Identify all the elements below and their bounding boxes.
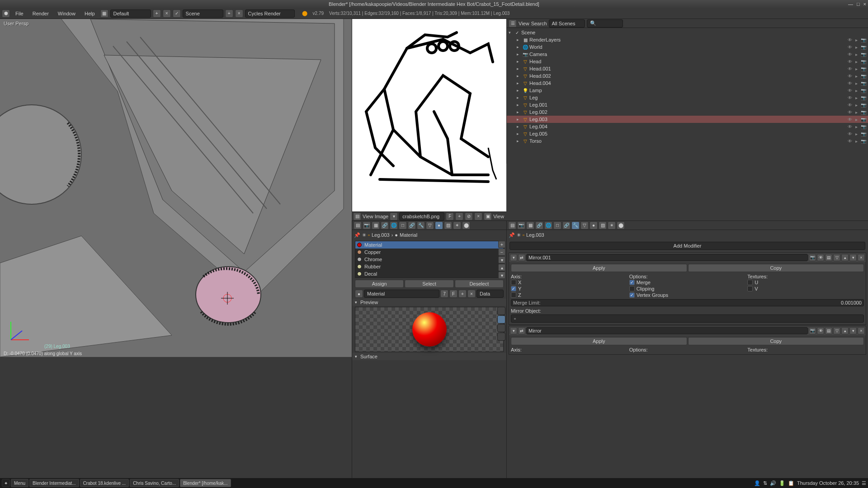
renderable-icon[interactable]: 📷 [860, 110, 866, 115]
modifier-render-icon[interactable]: 📷 [809, 254, 816, 261]
expand-icon[interactable]: ▸ [517, 131, 522, 136]
outliner-item[interactable]: ▸▽Torso👁▸📷 [507, 137, 868, 145]
render-engine-field[interactable]: Cycles Render [245, 9, 295, 18]
axis-z-checkbox[interactable]: Z [511, 292, 627, 298]
expand-icon[interactable]: ▸ [517, 45, 522, 49]
taskbar-window[interactable]: Blender Intermediat... [29, 479, 79, 487]
taskbar-window[interactable]: Blender* [/home/kak... [180, 479, 231, 487]
outliner-item[interactable]: ▸▽Head.001👁▸📷 [507, 65, 868, 72]
selectable-icon[interactable]: ▸ [854, 52, 859, 57]
expand-icon[interactable]: ▸ [517, 95, 522, 100]
mat-new-icon[interactable]: + [458, 290, 467, 298]
modifier-delete-icon[interactable]: × [858, 254, 865, 261]
renderable-icon[interactable]: 📷 [860, 103, 866, 108]
visibility-icon[interactable]: 👁 [847, 95, 853, 100]
mat-link-field[interactable]: Data [476, 290, 504, 298]
outliner-item[interactable]: ▸▽Head👁▸📷 [507, 58, 868, 65]
scene-field[interactable]: Scene [183, 9, 223, 18]
modifier-name-field[interactable]: Mirror.001 [526, 254, 808, 261]
material-name-field[interactable]: Material [364, 290, 439, 298]
screen-layout-field[interactable]: Default [110, 9, 151, 18]
outliner-search-input[interactable]: 🔍 [587, 19, 623, 28]
imgview-menu-image[interactable]: Image [375, 214, 389, 219]
modifier-editmode-icon[interactable]: ▤ [825, 254, 832, 261]
minimize-icon[interactable]: — [848, 1, 853, 7]
renderable-icon[interactable]: 📷 [860, 139, 866, 144]
selectable-icon[interactable]: ▸ [854, 103, 859, 108]
expand-icon[interactable]: ▸ [517, 88, 522, 93]
renderable-icon[interactable]: 📷 [860, 66, 866, 71]
vgroups-checkbox[interactable]: ✓Vertex Groups [629, 292, 746, 298]
menu-render[interactable]: Render [29, 10, 52, 17]
outliner-item[interactable]: ▸▽Leg.001👁▸📷 [507, 101, 868, 108]
renderable-icon[interactable]: 📷 [860, 52, 866, 57]
mat-add-icon[interactable]: + [498, 241, 505, 248]
renderable-icon[interactable]: 📷 [860, 45, 866, 50]
props-tab-render-icon[interactable]: 📷 [363, 221, 371, 230]
expand-icon[interactable]: ▸ [517, 52, 522, 56]
scene-add-icon[interactable]: + [225, 9, 233, 18]
outliner-item[interactable]: ▸🌐World👁▸📷 [507, 43, 868, 51]
selectable-icon[interactable]: ▸ [854, 131, 859, 136]
select-button[interactable]: Select [405, 280, 453, 288]
modifier-apply-button[interactable]: Apply [511, 337, 687, 345]
modtab-object-icon[interactable]: □ [553, 221, 561, 230]
renderable-icon[interactable]: 📷 [860, 131, 866, 136]
image-browse-icon[interactable]: ▾ [390, 212, 398, 221]
expand-icon[interactable]: ▸ [517, 117, 522, 122]
modifier-delete-icon[interactable]: × [858, 327, 865, 334]
image-pack-icon[interactable]: ▣ [484, 212, 492, 221]
renderable-icon[interactable]: 📷 [860, 59, 866, 64]
outliner-filter[interactable]: All Scenes [549, 19, 585, 28]
modifier-cage-icon[interactable]: ▽ [833, 254, 840, 261]
selectable-icon[interactable]: ▸ [854, 81, 859, 86]
modtab-modifier-icon[interactable]: 🔧 [571, 221, 580, 230]
crumb-obj[interactable]: Leg.003 [526, 232, 544, 238]
visibility-icon[interactable]: 👁 [847, 74, 853, 79]
expand-icon[interactable]: ▸ [517, 103, 522, 107]
modifier-cage-icon[interactable]: ▽ [833, 327, 840, 334]
taskbar-window[interactable]: Chris Savino, Carto... [130, 479, 179, 487]
outliner-menu-search[interactable]: Search [531, 21, 547, 26]
visibility-icon[interactable]: 👁 [847, 45, 853, 50]
visibility-icon[interactable]: 👁 [847, 59, 853, 64]
visibility-icon[interactable]: 👁 [847, 81, 853, 86]
outliner-item[interactable]: ▸📷Camera👁▸📷 [507, 51, 868, 58]
visibility-icon[interactable]: 👁 [847, 110, 853, 115]
tray-volume-icon[interactable]: 🔊 [770, 480, 776, 486]
outliner-item[interactable]: ▸▽Head.002👁▸📷 [507, 72, 868, 80]
modifier-display-icon[interactable]: 👁 [817, 327, 824, 334]
preview-flat-icon[interactable] [497, 307, 505, 315]
outliner-item[interactable]: ▸▽Leg.003👁▸📷 [507, 116, 868, 123]
outliner-item[interactable]: ▸💡Lamp👁▸📷 [507, 87, 868, 94]
pin-icon[interactable]: 📌 [354, 232, 360, 238]
merge-limit-field[interactable]: Merge Limit:0.001000 [511, 299, 864, 306]
visibility-icon[interactable]: 👁 [847, 131, 853, 136]
scene-del-icon[interactable]: × [235, 9, 243, 18]
renderable-icon[interactable]: 📷 [860, 124, 866, 129]
clock[interactable]: Thursday October 26, 20:35 [797, 480, 859, 486]
mat-up-icon[interactable]: ▴ [498, 264, 505, 271]
material-slot[interactable]: Material [355, 241, 503, 249]
axis-x-checkbox[interactable]: X [511, 279, 627, 286]
layout-grid-icon[interactable]: ▦ [100, 9, 108, 18]
props-type-icon[interactable]: ▤ [354, 221, 362, 230]
assign-button[interactable]: Assign [355, 280, 404, 288]
image-unlink-icon[interactable]: ⊘ [465, 212, 473, 221]
visibility-icon[interactable]: 👁 [847, 139, 853, 144]
tex-u-checkbox[interactable]: U [747, 279, 864, 286]
modifier-name-field[interactable]: Mirror [526, 327, 808, 334]
modifier-down-icon[interactable]: ▾ [849, 254, 857, 261]
collapse-icon[interactable]: ▾ [509, 30, 514, 35]
image-add-icon[interactable]: + [455, 212, 463, 221]
modtab-texture-icon[interactable]: ▨ [599, 221, 607, 230]
tex-v-checkbox[interactable]: V [747, 286, 864, 292]
mat-remove-icon[interactable]: − [498, 249, 505, 256]
tray-lock-icon[interactable]: ☰ [862, 480, 866, 486]
preview-cube-icon[interactable] [497, 324, 505, 332]
mat-unlink-icon[interactable]: × [467, 290, 476, 298]
preview-hair-icon[interactable] [497, 333, 505, 341]
expand-icon[interactable]: ▸ [517, 59, 522, 64]
modifier-up-icon[interactable]: ▴ [841, 254, 849, 261]
selectable-icon[interactable]: ▸ [854, 124, 859, 129]
